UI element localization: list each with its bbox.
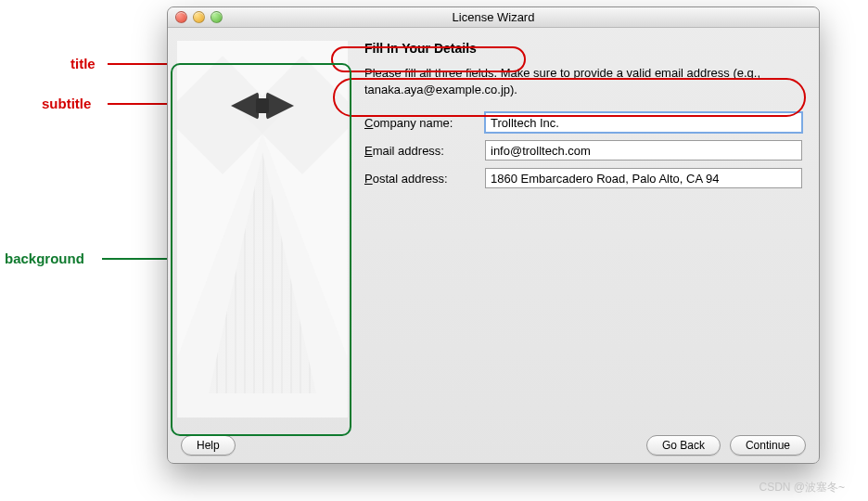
titlebar: License Wizard: [168, 7, 819, 28]
window-title: License Wizard: [453, 10, 535, 24]
continue-button[interactable]: Continue: [730, 435, 806, 456]
close-icon[interactable]: [175, 11, 187, 23]
company-label: Company name:: [364, 116, 485, 130]
page-title: Fill In Your Details: [364, 41, 802, 56]
wizard-window: License Wizard Fill In Your Details Plea…: [167, 6, 820, 464]
annotation-subtitle-label: subtitle: [42, 96, 91, 111]
annotation-title-label: title: [70, 56, 96, 71]
zoom-icon[interactable]: [211, 11, 223, 23]
postal-label: Postal address:: [364, 172, 485, 186]
help-button[interactable]: Help: [181, 435, 236, 456]
annotation-background-label: background: [5, 250, 84, 266]
postal-input[interactable]: [485, 168, 802, 188]
wizard-background-image: [177, 41, 348, 418]
annotation-arrow-background: [102, 258, 167, 260]
email-input[interactable]: [485, 140, 802, 161]
back-button[interactable]: Go Back: [646, 435, 721, 456]
email-label: Email address:: [364, 144, 485, 158]
button-bar: Help Go Back Continue: [168, 427, 819, 464]
company-input[interactable]: [485, 112, 802, 133]
watermark: CSDN @波塞冬~: [759, 480, 845, 495]
minimize-icon[interactable]: [193, 11, 205, 23]
page-subtitle: Please fill all three fields. Make sure …: [364, 65, 802, 97]
